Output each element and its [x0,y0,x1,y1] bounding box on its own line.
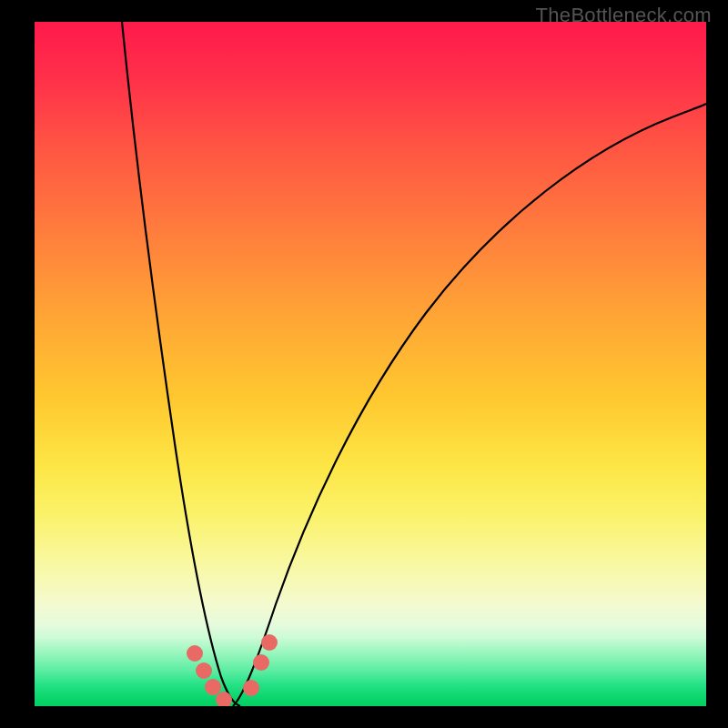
marker-point [243,680,259,696]
curve-markers [35,22,706,706]
marker-point [187,645,203,662]
marker-point [196,662,212,679]
plot-area [35,22,706,706]
chart-frame: TheBottleneck.com [0,0,728,728]
marker-point [261,634,278,651]
marker-point [205,679,221,695]
marker-point [216,692,232,706]
marker-point [253,654,269,671]
